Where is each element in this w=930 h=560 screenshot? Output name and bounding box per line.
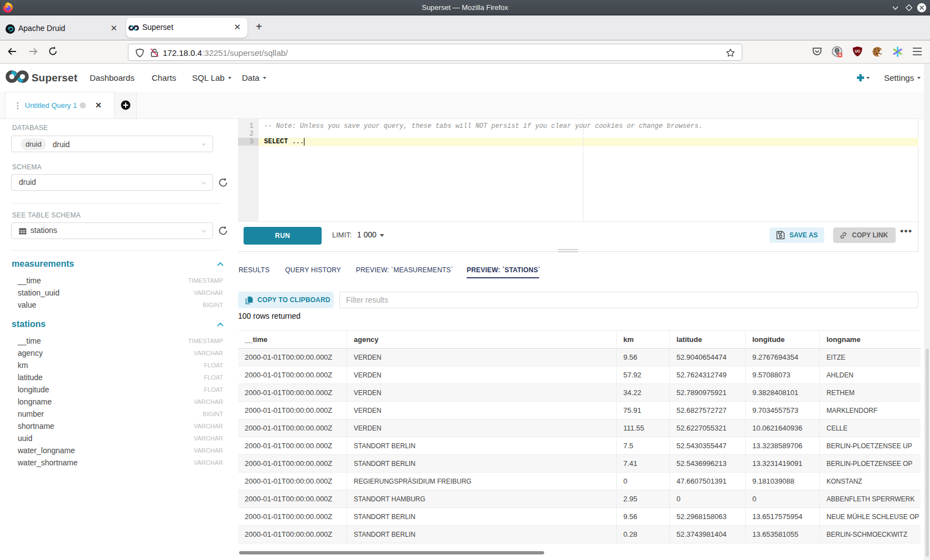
svg-text:UO: UO — [855, 49, 860, 53]
